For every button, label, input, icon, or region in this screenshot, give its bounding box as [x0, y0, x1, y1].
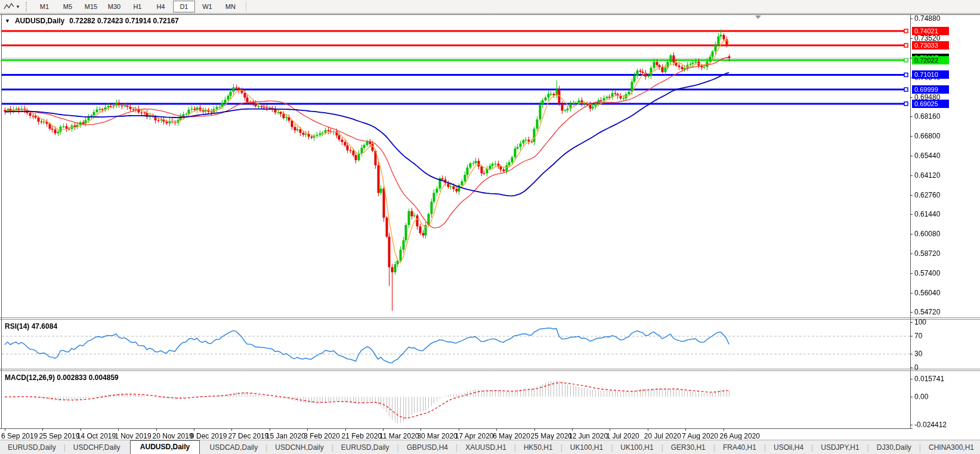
- chart-tab-xauusd-h1[interactable]: XAUUSD,H1: [457, 441, 514, 454]
- chart-tab-uk100-h1[interactable]: UK100,H1: [613, 441, 661, 454]
- chart-canvas[interactable]: [0, 13, 980, 440]
- rsi-axis-tick-label: 100: [914, 318, 926, 326]
- zigzag-line-icon: [4, 2, 14, 11]
- date-axis-label: 7 Aug 2020: [682, 432, 718, 440]
- timeframe-button-m1[interactable]: M1: [33, 1, 55, 13]
- level-price-chip: 0.74021: [912, 27, 949, 35]
- price-axis-tick-label: 0.66800: [914, 132, 940, 140]
- chart-tab-eurusd-daily[interactable]: EURUSD,Daily: [333, 441, 397, 454]
- macd-axis-tick-label: 0.015741: [914, 375, 944, 383]
- chart-symbol-period: AUDUSD,Daily: [15, 17, 64, 25]
- date-axis-label: 21 Feb 2020: [342, 432, 382, 440]
- chart-tab-dj30-daily[interactable]: DJ30,Daily: [869, 441, 919, 454]
- chart-stage: ▼ AUDUSD,Daily 0.72282 0.72423 0.71914 0…: [0, 13, 980, 440]
- price-axis-tick-label: 0.74880: [914, 14, 940, 23]
- chevron-down-icon[interactable]: ▼: [16, 4, 20, 10]
- date-axis-label: 6 May 2020: [493, 432, 530, 440]
- date-axis-label: 25 Sep 2019: [39, 432, 79, 440]
- chart-tab-usdcnh-daily[interactable]: USDCNH,Daily: [267, 441, 331, 454]
- chart-tab-audusd-daily[interactable]: AUDUSD,Daily: [130, 440, 200, 454]
- price-axis-tick-label: 0.64120: [914, 171, 940, 180]
- chart-tab-usoil-h4[interactable]: USOil,H4: [766, 441, 811, 454]
- chart-tab-china300-h1[interactable]: CHINA300,H1: [921, 441, 980, 454]
- level-price-chip: 0.69999: [912, 85, 949, 94]
- chart-title: ▼ AUDUSD,Daily 0.72282 0.72423 0.71914 0…: [5, 17, 179, 25]
- tabs-holder: EURUSD,Daily|USDCHF,Daily AUDUSD,Daily U…: [0, 440, 980, 454]
- price-axis-tick-label: 0.54720: [914, 308, 940, 316]
- chart-tab-usdcad-daily[interactable]: USDCAD,Daily: [202, 441, 266, 454]
- timeframe-button-m30[interactable]: M30: [103, 1, 125, 13]
- level-price-chip: 0.69025: [912, 100, 949, 108]
- timeframe-button-d1[interactable]: D1: [173, 1, 195, 13]
- toolbar-grip[interactable]: [26, 2, 30, 11]
- timeframe-button-m5[interactable]: M5: [57, 1, 79, 13]
- date-axis-label: 20 Nov 2019: [153, 432, 193, 440]
- date-axis-label: 11 Mar 2020: [379, 432, 419, 440]
- date-axis-label: 27 Dec 2019: [228, 432, 268, 440]
- timeframe-buttons: M1M5M15M30H1H4D1W1MN: [33, 1, 242, 13]
- price-axis-tick-label: 0.56040: [914, 289, 940, 297]
- mt4-window: ▼ M1M5M15M30H1H4D1W1MN ▼ AUDUSD,Daily 0.…: [0, 0, 980, 454]
- macd-indicator-label: MACD(12,26,9) 0.002833 0.004859: [5, 373, 119, 382]
- date-axis-label: 1 Nov 2019: [115, 432, 151, 440]
- chart-tab-uk100-h1[interactable]: UK100,H1: [562, 441, 611, 454]
- level-price-chip: 0.71010: [912, 70, 949, 79]
- date-axis-label: 17 Apr 2020: [455, 432, 494, 440]
- date-axis-label: 30 Mar 2020: [417, 432, 457, 440]
- chart-tab-gbpusd-h4[interactable]: GBPUSD,H4: [399, 441, 456, 454]
- chart-ohlc-values: 0.72282 0.72423 0.71914 0.72167: [69, 17, 179, 25]
- chart-tab-ger30-h1[interactable]: GER30,H1: [663, 441, 713, 454]
- price-axis-tick-label: 0.58720: [914, 249, 940, 258]
- symbol-dropdown-icon[interactable]: ▼: [5, 18, 10, 24]
- date-axis-label: 9 Dec 2019: [190, 432, 227, 440]
- timeframe-button-mn[interactable]: MN: [220, 1, 242, 13]
- price-axis-tick-label: 0.65440: [914, 152, 940, 160]
- timeframe-button-h1[interactable]: H1: [126, 1, 149, 13]
- timeframe-toolbar: ▼ M1M5M15M30H1H4D1W1MN: [0, 0, 980, 14]
- date-axis-label: 26 Aug 2020: [720, 432, 760, 440]
- level-price-chip: 0.72022: [912, 56, 949, 64]
- rsi-indicator-label: RSI(14) 47.6084: [5, 322, 57, 331]
- chart-tab-eurusd-daily[interactable]: EURUSD,Daily: [0, 441, 64, 454]
- chart-tab-usdchf-daily[interactable]: USDCHF,Daily: [66, 441, 128, 454]
- price-axis-tick-label: 0.61440: [914, 210, 940, 218]
- macd-axis-tick-label: 0.00: [914, 393, 928, 401]
- chart-tab-bar: EURUSD,Daily|USDCHF,Daily AUDUSD,Daily U…: [0, 440, 980, 454]
- date-axis-label: 14 Oct 2019: [77, 432, 116, 440]
- rsi-axis-tick-label: 30: [914, 350, 922, 358]
- macd-axis-tick-label: -0.024412: [914, 421, 947, 429]
- rsi-axis-tick-label: 0: [914, 363, 919, 372]
- level-price-chip: 0.73033: [912, 41, 949, 50]
- price-axis-tick-label: 0.57400: [914, 269, 940, 277]
- timeframe-button-h4[interactable]: H4: [150, 1, 172, 13]
- price-axis-tick-label: 0.68160: [914, 112, 940, 121]
- date-axis-label: 20 Jul 2020: [644, 432, 681, 440]
- chart-tab-usdjpy-h1[interactable]: USDJPY,H1: [813, 441, 867, 454]
- chart-tab-fra40-h1[interactable]: FRA40,H1: [715, 441, 764, 454]
- date-axis-label: 6 Sep 2019: [1, 432, 38, 440]
- line-studies-tool-button[interactable]: ▼: [1, 2, 23, 11]
- price-axis-tick-label: 0.62760: [914, 191, 940, 199]
- date-axis-label: 3 Feb 2020: [304, 432, 340, 440]
- price-axis-tick-label: 0.60080: [914, 230, 940, 238]
- chart-tab-hk50-h1[interactable]: HK50,H1: [516, 441, 561, 454]
- timeframe-button-m15[interactable]: M15: [80, 1, 102, 13]
- date-axis-label: 12 Jun 2020: [568, 432, 608, 440]
- timeframe-button-w1[interactable]: W1: [196, 1, 218, 13]
- date-axis-label: 1 Jul 2020: [606, 432, 639, 440]
- rsi-axis-tick-label: 70: [914, 332, 922, 340]
- date-axis-label: 25 May 2020: [531, 432, 572, 440]
- toolbar-separator: [246, 2, 246, 11]
- date-axis-label: 15 Jan 2020: [266, 432, 305, 440]
